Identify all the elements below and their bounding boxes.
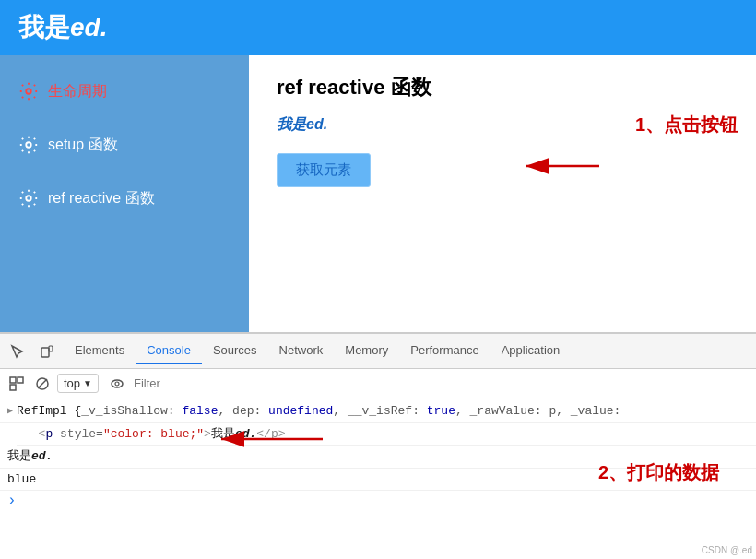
svg-rect-8: [10, 385, 16, 390]
tab-elements[interactable]: Elements: [64, 338, 136, 364]
svg-point-2: [26, 196, 31, 201]
svg-rect-5: [49, 346, 53, 351]
blue-text: blue: [7, 470, 36, 489]
block-icon[interactable]: [6, 373, 28, 395]
subtitle-prefix: 我是: [277, 116, 306, 132]
arrow-1-svg: [433, 129, 618, 203]
top-selector-label: top: [64, 376, 80, 390]
devtools-toolbar: top ▼: [0, 369, 756, 398]
tab-console[interactable]: Console: [136, 338, 202, 364]
gear-icon-2: [18, 135, 39, 155]
console-prompt[interactable]: ›: [0, 491, 756, 511]
annotation-2-text: 2、打印的数据: [598, 462, 719, 482]
gear-icon: [18, 81, 39, 101]
tab-application[interactable]: Application: [490, 338, 572, 364]
sidebar-item-setup[interactable]: setup 函数: [0, 118, 249, 172]
ban-icon[interactable]: [31, 373, 53, 395]
woshi-text: 我是ed.: [7, 447, 53, 466]
tab-memory[interactable]: Memory: [334, 338, 399, 364]
devtools-tab-bar: Elements Console Sources Network Memory …: [0, 334, 756, 369]
subtitle-em: ed.: [306, 116, 327, 132]
sidebar-item-ref-reactive-label: ref reactive 函数: [48, 189, 155, 208]
sidebar: 生命周期 setup 函数 ref reactive 函数: [0, 55, 249, 332]
tab-performance[interactable]: Performance: [399, 338, 490, 364]
header: 我是ed.: [0, 0, 756, 55]
sidebar-item-ref-reactive[interactable]: ref reactive 函数: [0, 172, 249, 225]
gear-icon-3: [18, 188, 39, 208]
top-section: 生命周期 setup 函数 ref reactive 函数 ref reacti…: [0, 55, 756, 332]
header-title-em: ed.: [70, 13, 107, 42]
header-title: 我是ed.: [18, 10, 107, 45]
svg-point-0: [26, 89, 31, 94]
get-element-button[interactable]: 获取元素: [277, 153, 371, 187]
svg-point-12: [115, 382, 119, 386]
svg-rect-6: [10, 377, 16, 383]
devtools-panel: Elements Console Sources Network Memory …: [0, 332, 756, 559]
main-content: ref reactive 函数 我是ed. 获取元素 1、点击按钮: [249, 55, 756, 332]
device-toggle-icon[interactable]: [34, 339, 60, 364]
arrow-2-svg: [55, 411, 332, 467]
cursor-icon[interactable]: [5, 339, 30, 364]
tab-sources[interactable]: Sources: [202, 338, 268, 364]
tab-network[interactable]: Network: [268, 338, 335, 364]
top-selector[interactable]: top ▼: [57, 374, 99, 393]
sidebar-item-lifecycle-label: 生命周期: [48, 82, 107, 101]
annotation-1-text: 1、点击按钮: [635, 114, 738, 135]
svg-rect-4: [41, 348, 49, 357]
header-title-prefix: 我是: [18, 13, 70, 42]
annotation-1: 1、点击按钮: [635, 113, 738, 137]
svg-rect-7: [18, 377, 23, 383]
chevron-down-icon: ▼: [83, 378, 92, 388]
sidebar-item-setup-label: setup 函数: [48, 136, 118, 155]
svg-point-11: [112, 380, 123, 387]
filter-input[interactable]: [134, 376, 750, 390]
eye-icon[interactable]: [106, 373, 128, 395]
expand-triangle-icon[interactable]: ▶: [7, 404, 13, 418]
svg-line-10: [38, 379, 47, 388]
svg-point-1: [26, 142, 31, 148]
sidebar-item-lifecycle[interactable]: 生命周期: [0, 65, 249, 118]
annotation-2: 2、打印的数据: [598, 460, 719, 485]
content-title: ref reactive 函数: [277, 74, 728, 101]
watermark: CSDN @.ed: [702, 545, 752, 555]
